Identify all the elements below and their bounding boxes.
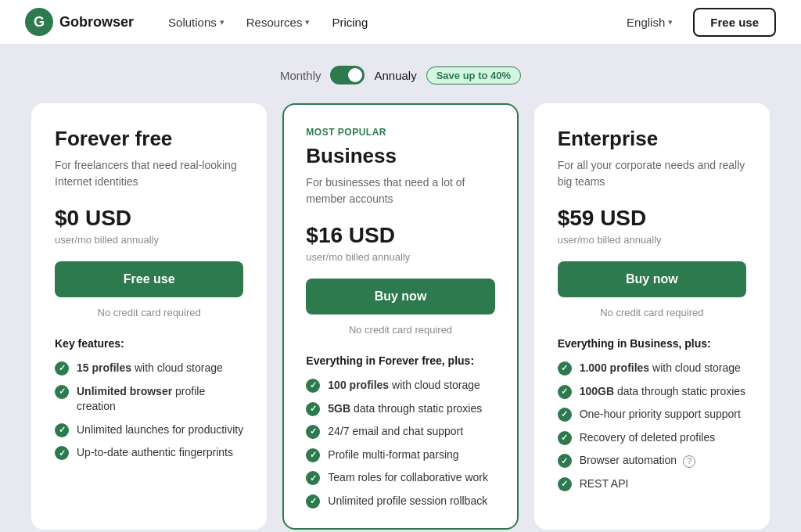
feature-bold: 1.000 profiles xyxy=(580,361,650,374)
list-item: 1.000 profiles with cloud storage xyxy=(558,361,746,376)
feature-list: 100 profiles with cloud storage 5GB data… xyxy=(306,378,494,509)
list-item: Unlimited profile session rollback xyxy=(306,494,494,509)
check-icon xyxy=(55,361,69,376)
toggle-thumb xyxy=(348,68,362,82)
navbar: G Gobrowser Solutions ▾ Resources ▾ Pric… xyxy=(0,0,801,44)
pricing-cards: Forever free For freelancers that need r… xyxy=(31,103,770,530)
nav-solutions[interactable]: Solutions ▾ xyxy=(159,9,234,35)
nav-pricing[interactable]: Pricing xyxy=(322,9,377,35)
list-item: 100GB data through static proxies xyxy=(558,384,746,400)
feature-text: 24/7 email and chat support xyxy=(328,424,463,440)
features-label: Everything in Forever free, plus: xyxy=(306,354,494,367)
help-icon[interactable]: ? xyxy=(683,455,695,468)
plan-name: Forever free xyxy=(55,127,243,151)
no-cc-label: No credit card required xyxy=(306,324,494,336)
nav-actions: English ▾ Free use xyxy=(619,8,776,37)
plan-price: $16 USD xyxy=(306,223,494,248)
feature-bold: Unlimited browser xyxy=(77,385,172,397)
check-icon xyxy=(558,361,572,376)
feature-text: Up-to-date authentic fingerprints xyxy=(77,445,233,461)
feature-bold: 15 profiles xyxy=(77,361,131,374)
feature-bold: 100GB xyxy=(580,385,614,397)
plan-price: $59 USD xyxy=(558,206,746,231)
most-popular-badge: MOST POPULAR xyxy=(306,127,494,138)
feature-text: Profile multi-format parsing xyxy=(328,448,458,463)
check-icon xyxy=(55,385,69,399)
list-item: Unlimited launches for productivity xyxy=(55,422,243,438)
feature-text: 5GB data through static proxies xyxy=(328,401,482,417)
list-item: 100 profiles with cloud storage xyxy=(306,378,494,394)
plan-billing: user/mo billed annually xyxy=(306,251,494,263)
annual-label: Annualy xyxy=(374,69,416,82)
monthly-label: Monthly xyxy=(280,69,321,82)
buy-now-business-button[interactable]: Buy now xyxy=(306,279,494,315)
check-icon xyxy=(558,408,572,422)
list-item: Up-to-date authentic fingerprints xyxy=(55,445,243,461)
chevron-down-icon: ▾ xyxy=(668,17,673,27)
language-label: English xyxy=(627,16,665,29)
nav-resources-label: Resources xyxy=(246,16,303,29)
plan-forever-free: Forever free For freelancers that need r… xyxy=(31,103,267,530)
check-icon xyxy=(306,425,320,439)
features-label: Everything in Business, plus: xyxy=(558,337,746,350)
plan-desc: For freelancers that need real-looking I… xyxy=(55,157,243,190)
list-item: Profile multi-format parsing xyxy=(306,448,494,463)
feature-text: 15 profiles with cloud storage xyxy=(77,361,223,376)
check-icon xyxy=(558,385,572,399)
check-icon xyxy=(306,494,320,509)
save-badge: Save up to 40% xyxy=(426,66,521,84)
feature-text: Unlimited profile session rollback xyxy=(328,494,487,509)
plan-billing: user/mo billed annually xyxy=(55,234,243,246)
logo[interactable]: G Gobrowser xyxy=(25,8,134,36)
check-icon xyxy=(306,471,320,485)
feature-text: REST API xyxy=(580,476,629,492)
chevron-down-icon: ▾ xyxy=(220,17,224,27)
language-selector[interactable]: English ▾ xyxy=(619,11,681,34)
list-item: 24/7 email and chat support xyxy=(306,424,494,440)
nav-pricing-label: Pricing xyxy=(332,16,368,29)
feature-text: Team roles for collaborative work xyxy=(328,470,488,486)
plan-billing: user/mo billed annually xyxy=(558,234,746,246)
feature-bold: 5GB xyxy=(328,402,350,415)
toggle-track[interactable] xyxy=(330,66,365,84)
free-use-button[interactable]: Free use xyxy=(693,8,776,37)
svg-text:G: G xyxy=(34,14,45,30)
nav-resources[interactable]: Resources ▾ xyxy=(237,9,320,35)
feature-text: Unlimited launches for productivity xyxy=(77,422,243,438)
logo-icon: G xyxy=(25,8,53,36)
chevron-down-icon: ▾ xyxy=(305,17,310,27)
list-item: 15 profiles with cloud storage xyxy=(55,361,243,376)
list-item: One-hour priority support support xyxy=(558,407,746,422)
nav-solutions-label: Solutions xyxy=(168,16,217,29)
main-content: Monthly Annualy Save up to 40% Forever f… xyxy=(0,44,801,532)
feature-text: Recovery of deleted profiles xyxy=(580,430,716,446)
plan-price: $0 USD xyxy=(55,206,243,231)
list-item: Team roles for collaborative work xyxy=(306,470,494,486)
feature-text: One-hour priority support support xyxy=(580,407,741,422)
plan-desc: For businesses that need a lot of member… xyxy=(306,174,494,207)
feature-text: Unlimited browser profile creation xyxy=(77,384,243,415)
no-cc-label: No credit card required xyxy=(55,307,243,318)
plan-business: MOST POPULAR Business For businesses tha… xyxy=(282,103,518,530)
free-use-plan-button[interactable]: Free use xyxy=(55,261,243,297)
check-icon xyxy=(55,446,69,460)
feature-text: 1.000 profiles with cloud storage xyxy=(580,361,741,376)
billing-toggle-switch[interactable] xyxy=(330,66,365,84)
plan-name: Business xyxy=(306,144,494,168)
list-item: Browser automation ? xyxy=(558,453,746,469)
check-icon xyxy=(558,477,572,491)
plan-name: Enterprise xyxy=(558,127,746,151)
check-icon xyxy=(55,423,69,437)
no-cc-label: No credit card required xyxy=(558,307,746,318)
feature-text: Browser automation ? xyxy=(580,453,695,469)
buy-now-enterprise-button[interactable]: Buy now xyxy=(558,261,746,297)
check-icon xyxy=(558,431,572,445)
feature-bold: 100 profiles xyxy=(328,379,389,391)
features-label: Key features: xyxy=(55,337,243,350)
feature-text: 100 profiles with cloud storage xyxy=(328,378,480,394)
check-icon xyxy=(306,379,320,393)
logo-text: Gobrowser xyxy=(59,14,134,31)
check-icon xyxy=(306,402,320,416)
list-item: 5GB data through static proxies xyxy=(306,401,494,417)
feature-text: 100GB data through static proxies xyxy=(580,384,745,400)
